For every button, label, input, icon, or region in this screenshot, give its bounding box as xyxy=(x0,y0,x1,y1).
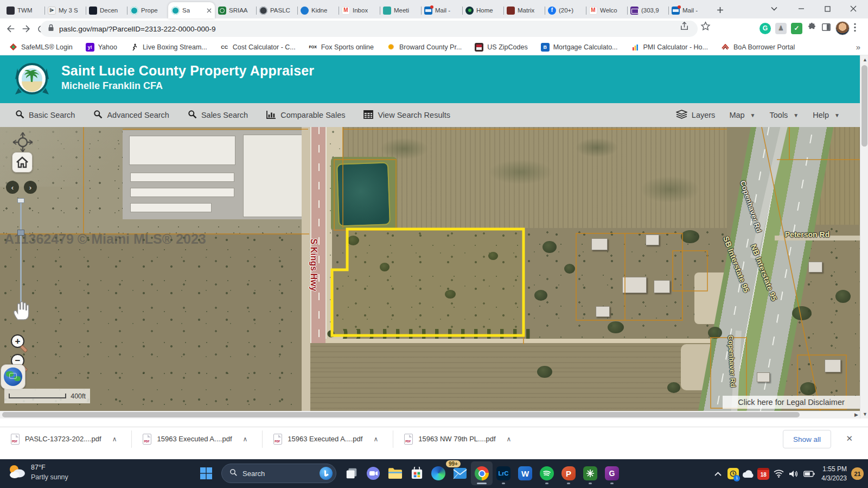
nav-advanced-search[interactable]: Advanced Search xyxy=(93,110,169,121)
start-button[interactable] xyxy=(195,461,217,485)
nav-layers[interactable]: Layers xyxy=(676,110,716,121)
bookmark-star-icon[interactable] xyxy=(700,21,711,34)
powerpoint-app-button[interactable]: P xyxy=(558,461,579,485)
taskbar-clock[interactable]: 1:55 PM 4/3/2023 xyxy=(821,465,847,482)
forward-icon[interactable] xyxy=(18,21,34,36)
tab-mail-outlook[interactable]: Mail - xyxy=(421,2,462,18)
gray-extension-icon[interactable]: ♟ xyxy=(775,23,787,34)
scroll-up-arrow-icon[interactable]: ▲ xyxy=(863,57,867,62)
tab-close-icon[interactable] xyxy=(207,5,212,15)
weather-widget[interactable]: 87°F Partly sunny xyxy=(8,462,68,482)
bookmark-mortgage-calc[interactable]: BMortgage Calculato... xyxy=(541,43,618,52)
window-minimize-button[interactable] xyxy=(789,0,814,17)
mail-app-button[interactable]: 99+ xyxy=(449,461,471,485)
tray-chevron-up-icon[interactable] xyxy=(711,462,725,486)
window-maximize-button[interactable] xyxy=(815,0,840,17)
spotify-app-button[interactable] xyxy=(536,461,558,485)
bookmark-broward[interactable]: ✺Broward County Pr... xyxy=(387,43,462,52)
downloads-close-icon[interactable]: ✕ xyxy=(846,434,853,443)
basemap-globe-button[interactable] xyxy=(1,364,25,389)
zoom-slider[interactable] xyxy=(17,198,24,311)
volume-icon[interactable] xyxy=(787,462,801,486)
download-item[interactable]: PASLC-13723-202....pdf∧ xyxy=(0,427,124,451)
zoom-in-button[interactable]: + xyxy=(11,334,24,348)
tray-app-icon[interactable]: 1 xyxy=(726,462,740,486)
pdf-app-button[interactable]: G xyxy=(601,461,623,485)
tab-kidney[interactable]: Kidne xyxy=(297,2,339,18)
onedrive-cloud-icon[interactable] xyxy=(741,462,755,486)
tab-twm[interactable]: TWM xyxy=(3,2,44,18)
download-chevron-icon[interactable]: ∧ xyxy=(507,435,512,443)
download-item[interactable]: 15963 NW 79th PL....pdf∧ xyxy=(393,427,519,451)
tab-home[interactable]: Home xyxy=(462,2,503,18)
zoom-slider-track[interactable] xyxy=(20,203,22,307)
tab-search-chevron-icon[interactable] xyxy=(762,0,787,17)
nav-sales-search[interactable]: Sales Search xyxy=(188,110,248,121)
teams-chat-button[interactable] xyxy=(362,461,384,485)
word-app-button[interactable]: W xyxy=(514,461,536,485)
home-extent-button[interactable] xyxy=(12,152,33,173)
nav-basic-search[interactable]: Basic Search xyxy=(15,110,75,121)
tab-prope[interactable]: Prope xyxy=(127,2,168,18)
chrome-browser-button-active[interactable] xyxy=(471,461,493,485)
next-extent-button[interactable]: › xyxy=(24,181,37,194)
bookmark-boa[interactable]: BoA Borrower Portal xyxy=(721,43,795,52)
back-icon[interactable] xyxy=(3,21,18,36)
vertical-scrollbar-thumb[interactable] xyxy=(861,65,867,147)
bookmark-yahoo[interactable]: y!Yahoo xyxy=(86,43,117,52)
grammarly-extension-icon[interactable]: G xyxy=(760,23,771,34)
tab-facebook[interactable]: f(20+) xyxy=(545,2,586,18)
share-icon[interactable] xyxy=(679,21,690,34)
nav-view-search-results[interactable]: View Search Results xyxy=(363,110,450,121)
battery-icon[interactable] xyxy=(802,462,816,486)
tab-inbox[interactable]: MInbox xyxy=(339,2,380,18)
bookmarks-overflow-chevron[interactable]: » xyxy=(856,42,860,52)
new-tab-button[interactable] xyxy=(713,3,727,17)
bookmark-cost-calculator[interactable]: CCCost Calculator - C... xyxy=(220,43,296,52)
previous-extent-button[interactable]: ‹ xyxy=(6,181,19,194)
scroll-right-arrow-icon[interactable]: ▶ xyxy=(854,412,858,417)
bookmark-live-boxing[interactable]: Live Boxing Stream... xyxy=(130,43,207,52)
nav-tools-dropdown[interactable]: Tools▼ xyxy=(770,111,799,119)
bookmark-fox-sports[interactable]: FOXFox Sports online xyxy=(309,43,374,52)
nav-help-dropdown[interactable]: Help▼ xyxy=(813,111,840,119)
download-chevron-icon[interactable]: ∧ xyxy=(112,435,117,443)
microsoft-store-button[interactable] xyxy=(406,461,427,485)
task-view-button[interactable] xyxy=(341,461,362,485)
tab-meeting[interactable]: Meeti xyxy=(380,2,421,18)
calendar-reminder-icon[interactable]: 18 xyxy=(756,462,770,486)
download-item[interactable]: 15963 Executed A....pdf∧ xyxy=(132,427,255,451)
profile-avatar[interactable] xyxy=(835,21,850,35)
scroll-down-arrow-icon[interactable]: ▼ xyxy=(863,411,867,417)
menu-dots-icon[interactable] xyxy=(854,23,856,34)
tab-purple-mail[interactable]: (303,9 xyxy=(627,2,668,18)
tab-mail-outlook-2[interactable]: Mail - xyxy=(668,2,710,18)
horizontal-scrollbar[interactable]: ▶ xyxy=(0,411,860,419)
bookmark-zipcodes[interactable]: US ZipCodes xyxy=(475,43,527,52)
window-close-button[interactable] xyxy=(841,0,866,17)
zoom-slider-top-cap[interactable] xyxy=(17,198,24,203)
tab-sriaa[interactable]: SRIAA xyxy=(215,2,256,18)
download-chevron-icon[interactable]: ∧ xyxy=(243,435,248,443)
map-canvas[interactable]: S Kings Hwy Copenhaver Rd Peterson Rd NB… xyxy=(0,127,860,411)
tab-paslc[interactable]: PASLC xyxy=(256,2,297,18)
download-chevron-icon[interactable]: ∧ xyxy=(373,435,378,443)
show-all-downloads-button[interactable]: Show all xyxy=(783,430,831,448)
taskbar-search-box[interactable]: Search xyxy=(221,464,336,483)
nav-comparable-sales[interactable]: Comparable Sales xyxy=(266,110,345,121)
tab-active-saint-lucie[interactable]: Sa xyxy=(168,2,215,18)
notification-count-badge[interactable]: 21 xyxy=(851,467,864,480)
puzzle-extensions-icon[interactable] xyxy=(807,22,817,35)
tab-decen[interactable]: Decen xyxy=(86,2,127,18)
check-extension-icon[interactable]: ✓ xyxy=(791,23,802,34)
zoom-slider-handle[interactable] xyxy=(17,230,24,236)
tab-welcome[interactable]: MWelco xyxy=(586,2,627,18)
tab-my3[interactable]: ⌲My 3 S xyxy=(44,2,86,18)
vertical-scrollbar[interactable]: ▲ ▼ xyxy=(860,55,868,419)
bookmark-pmi-calc[interactable]: PMI Calculator - Ho... xyxy=(631,43,708,52)
lightroom-app-button[interactable]: LrC xyxy=(493,461,514,485)
tab-matrix[interactable]: Matrix xyxy=(503,2,545,18)
wifi-icon[interactable] xyxy=(771,462,786,486)
horizontal-scrollbar-thumb[interactable] xyxy=(2,412,800,417)
greenshot-app-button[interactable] xyxy=(579,461,601,485)
